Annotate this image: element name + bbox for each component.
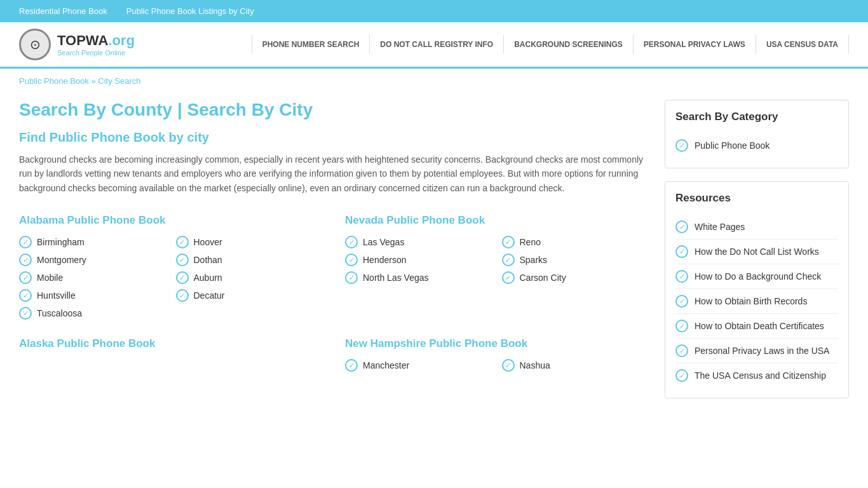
- personal-privacy-laws-nav[interactable]: PERSONAL PRIVACY LAWS: [634, 35, 756, 54]
- section-title: Find Public Phone Book by city: [19, 130, 646, 145]
- list-item: ✓ Sparks: [502, 254, 646, 266]
- sidebar-birth-records[interactable]: ✓ How to Obtain Birth Records: [675, 289, 838, 314]
- list-item: ✓ Mobile: [19, 271, 163, 284]
- public-phone-book-listings-link[interactable]: Public Phone Book Listings by City: [126, 6, 254, 16]
- logo-icon: ⊙: [19, 29, 51, 60]
- sidebar: Search By Category ✓ Public Phone Book R…: [665, 93, 849, 411]
- city-label[interactable]: Henderson: [363, 255, 407, 265]
- sidebar-link-label: Public Phone Book: [695, 140, 770, 151]
- breadcrumb: Public Phone Book » City Search: [0, 69, 868, 93]
- city-label[interactable]: Carson City: [520, 273, 566, 283]
- city-label[interactable]: Sparks: [520, 255, 548, 265]
- state-alaska: Alaska Public Phone Book: [19, 337, 320, 372]
- list-item: ✓ North Las Vegas: [345, 271, 489, 284]
- sidebar-link-label: How to Do a Background Check: [695, 271, 821, 281]
- check-icon: ✓: [176, 236, 189, 248]
- check-icon: ✓: [675, 270, 688, 283]
- sidebar-do-not-call[interactable]: ✓ How the Do Not Call List Works: [675, 240, 838, 264]
- city-label[interactable]: Montgomery: [37, 255, 86, 265]
- sidebar-categories-box: Search By Category ✓ Public Phone Book: [665, 100, 849, 168]
- city-label[interactable]: Nashua: [520, 360, 550, 370]
- page-layout: Search By County | Search By City Find P…: [0, 93, 868, 411]
- city-label[interactable]: Decatur: [194, 290, 225, 301]
- check-icon: ✓: [19, 307, 32, 320]
- do-not-call-registry-nav[interactable]: DO NOT CALL REGISTRY INFO: [370, 35, 504, 54]
- city-label[interactable]: Manchester: [363, 360, 409, 370]
- state-title-nevada: Nevada Public Phone Book: [345, 214, 646, 227]
- check-icon: ✓: [502, 254, 515, 266]
- city-label[interactable]: Tuscaloosa: [37, 308, 82, 318]
- states-container: Alabama Public Phone Book ✓ Birmingham ✓…: [19, 214, 646, 390]
- city-label[interactable]: Reno: [520, 237, 541, 247]
- check-icon: ✓: [502, 271, 515, 284]
- sidebar-link-label: How to Obtain Birth Records: [695, 296, 807, 306]
- state-alabama: Alabama Public Phone Book ✓ Birmingham ✓…: [19, 214, 320, 320]
- sidebar-resources-box: Resources ✓ White Pages ✓ How the Do Not…: [665, 181, 849, 398]
- city-label[interactable]: North Las Vegas: [363, 273, 429, 283]
- city-label[interactable]: Hoover: [194, 237, 222, 247]
- usa-census-data-nav[interactable]: USA CENSUS DATA: [756, 35, 849, 54]
- list-item: ✓ Reno: [502, 236, 646, 248]
- check-icon: ✓: [345, 254, 358, 266]
- list-item: ✓ Hoover: [176, 236, 320, 248]
- brand-suffix: .org: [108, 32, 135, 48]
- sidebar-link-label: White Pages: [695, 222, 745, 232]
- check-icon: ✓: [675, 139, 688, 152]
- check-icon: ✓: [19, 289, 32, 302]
- city-label[interactable]: Huntsville: [37, 290, 76, 301]
- city-label[interactable]: Dothan: [194, 255, 222, 265]
- brand-name: TOPWA.org: [57, 32, 135, 49]
- check-icon: ✓: [675, 369, 688, 382]
- check-icon: ✓: [345, 236, 358, 248]
- sidebar-public-phone-book[interactable]: ✓ Public Phone Book: [675, 133, 838, 158]
- list-item: ✓ Tuscaloosa: [19, 307, 163, 320]
- sidebar-death-certificates[interactable]: ✓ How to Obtain Death Certificates: [675, 314, 838, 339]
- sidebar-privacy-laws[interactable]: ✓ Personal Privacy Laws in the USA: [675, 339, 838, 363]
- check-icon: ✓: [675, 220, 688, 233]
- sidebar-census[interactable]: ✓ The USA Census and Citizenship: [675, 363, 838, 388]
- check-icon: ✓: [675, 245, 688, 258]
- check-icon: ✓: [176, 254, 189, 266]
- top-nav: Residential Phone Book Public Phone Book…: [0, 0, 868, 22]
- list-item: ✓ Henderson: [345, 254, 489, 266]
- breadcrumb-public-phone-book[interactable]: Public Phone Book: [19, 76, 89, 86]
- check-icon: ✓: [345, 271, 358, 284]
- list-item: ✓ Huntsville: [19, 289, 163, 302]
- description: Background checks are becoming increasin…: [19, 152, 646, 195]
- list-item: ✓ Auburn: [176, 271, 320, 284]
- city-label[interactable]: Birmingham: [37, 237, 85, 247]
- city-label[interactable]: Auburn: [194, 273, 222, 283]
- main-content: Search By County | Search By City Find P…: [19, 93, 646, 411]
- check-icon: ✓: [19, 271, 32, 284]
- list-item: ✓ Decatur: [176, 289, 320, 302]
- state-title-alaska: Alaska Public Phone Book: [19, 337, 320, 350]
- state-title-new-hampshire: New Hampshire Public Phone Book: [345, 337, 646, 350]
- city-grid-alabama: ✓ Birmingham ✓ Hoover ✓ Montgomery ✓ Dot…: [19, 236, 320, 320]
- check-icon: ✓: [675, 344, 688, 357]
- city-label[interactable]: Las Vegas: [363, 237, 404, 247]
- state-title-alabama: Alabama Public Phone Book: [19, 214, 320, 227]
- list-item: ✓ Las Vegas: [345, 236, 489, 248]
- check-icon: ✓: [345, 359, 358, 372]
- check-icon: ✓: [502, 359, 515, 372]
- background-screenings-nav[interactable]: BACKGROUND SCREENINGS: [504, 35, 634, 54]
- state-nevada: Nevada Public Phone Book ✓ Las Vegas ✓ R…: [345, 214, 646, 320]
- page-title: Search By County | Search By City: [19, 100, 646, 120]
- sidebar-link-label: Personal Privacy Laws in the USA: [695, 346, 829, 356]
- breadcrumb-separator: »: [91, 76, 98, 86]
- check-icon: ✓: [19, 236, 32, 248]
- sidebar-resources-title: Resources: [675, 192, 838, 205]
- sidebar-white-pages[interactable]: ✓ White Pages: [675, 215, 838, 240]
- logo-area: ⊙ TOPWA.org Search People Online: [19, 29, 159, 60]
- check-icon: ✓: [19, 254, 32, 266]
- sidebar-categories-title: Search By Category: [675, 111, 838, 123]
- list-item: ✓ Dothan: [176, 254, 320, 266]
- sidebar-background-check[interactable]: ✓ How to Do a Background Check: [675, 264, 838, 289]
- city-label[interactable]: Mobile: [37, 273, 63, 283]
- list-item: ✓ Birmingham: [19, 236, 163, 248]
- city-grid-nevada: ✓ Las Vegas ✓ Reno ✓ Henderson ✓ Sparks: [345, 236, 646, 284]
- header: ⊙ TOPWA.org Search People Online PHONE N…: [0, 22, 868, 69]
- residential-phone-book-link[interactable]: Residential Phone Book: [19, 6, 107, 16]
- phone-number-search-nav[interactable]: PHONE NUMBER SEARCH: [252, 35, 370, 54]
- brand-tagline: Search People Online: [57, 49, 135, 57]
